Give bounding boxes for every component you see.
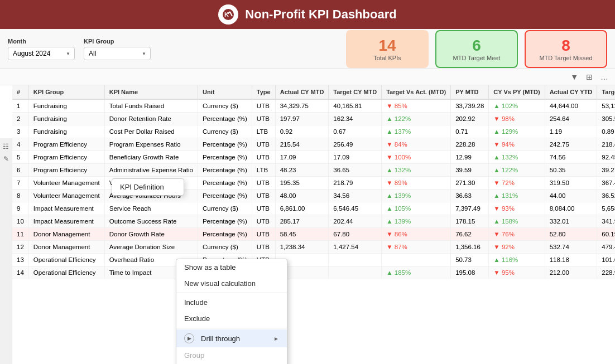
cell-target-cy-mtd bbox=[329, 254, 382, 266]
cell-py-mtd: 202.92 bbox=[451, 113, 489, 125]
col-cy-vs-py[interactable]: CY Vs PY (MTD) bbox=[489, 85, 545, 99]
arrow-up-icon: ▲ bbox=[493, 154, 499, 161]
cell-unit: Currency ($) bbox=[198, 99, 252, 113]
cell-unit: Percentage (%) bbox=[198, 138, 252, 151]
context-show-table[interactable]: Show as a table bbox=[176, 259, 287, 275]
cell-actual-cy-ytd: 332.01 bbox=[545, 215, 597, 228]
table-row[interactable]: 5 Program Efficiency Beneficiary Growth … bbox=[12, 151, 615, 164]
table-row[interactable]: 11 Donor Management Donor Growth Rate Pe… bbox=[12, 228, 615, 241]
table-row[interactable]: 6 Program Efficiency Administrative Expe… bbox=[12, 164, 615, 177]
col-kpi-name[interactable]: KPI Name bbox=[104, 85, 198, 99]
cell-target-cy-ytd: 39.27 bbox=[597, 164, 615, 177]
table-row[interactable]: 13 Operational Efficiency Overhead Ratio… bbox=[12, 254, 615, 266]
arrow-up-icon: ▲ bbox=[493, 192, 499, 199]
pencil-icon[interactable]: ✎ bbox=[3, 155, 9, 163]
arrow-up-icon: ▲ bbox=[386, 192, 392, 199]
cell-type: LTB bbox=[252, 125, 275, 138]
table-row[interactable]: 1 Fundraising Total Funds Raised Currenc… bbox=[12, 99, 615, 113]
col-unit[interactable]: Unit bbox=[198, 85, 252, 99]
kpi-group-select[interactable]: All bbox=[84, 47, 151, 60]
col-actual-cy-mtd[interactable]: Actual CY MTD bbox=[275, 85, 329, 99]
cell-target-vs-act: ▲ 137% bbox=[382, 125, 451, 138]
table-row[interactable]: 9 Impact Measurement Service Reach Curre… bbox=[12, 202, 615, 215]
chart-icon[interactable]: ☷ bbox=[3, 143, 9, 151]
cell-target-cy-mtd: 36.65 bbox=[329, 164, 382, 177]
kpi-total-label: Total KPIs bbox=[373, 55, 401, 61]
kpi-meet-number: 6 bbox=[472, 37, 481, 55]
cell-num: 9 bbox=[12, 202, 28, 215]
context-new-visual-calc[interactable]: New visual calculation bbox=[176, 275, 287, 292]
col-target-cy-mtd[interactable]: Target CY MTD bbox=[329, 85, 382, 99]
cell-num: 12 bbox=[12, 241, 28, 254]
arrow-down-icon: ▼ bbox=[386, 244, 392, 250]
month-select-wrapper[interactable]: August 2024 bbox=[8, 47, 75, 60]
cell-num: 6 bbox=[12, 164, 28, 177]
cell-py-mtd: 39.59 bbox=[451, 164, 489, 177]
context-drill-through[interactable]: ▶ Drill through ► bbox=[176, 329, 287, 347]
cell-kpi-group: Donor Management bbox=[28, 228, 104, 241]
table-row[interactable]: 4 Program Efficiency Program Expenses Ra… bbox=[12, 138, 615, 151]
cell-py-mtd: 7,397.49 bbox=[451, 202, 489, 215]
table-row[interactable]: 10 Impact Measurement Outcome Success Ra… bbox=[12, 215, 615, 228]
col-kpi-group[interactable]: KPI Group bbox=[28, 85, 104, 99]
col-target-vs-act[interactable]: Target Vs Act. (MTD) bbox=[382, 85, 451, 99]
cell-actual-cy-ytd: 212.00 bbox=[545, 266, 597, 279]
cell-target-cy-mtd: 17.09 bbox=[329, 151, 382, 164]
cell-py-mtd: 1,356.16 bbox=[451, 241, 489, 254]
table-row[interactable]: 3 Fundraising Cost Per Dollar Raised Cur… bbox=[12, 125, 615, 138]
cell-target-vs-act: ▼ 87% bbox=[382, 241, 451, 254]
table-row[interactable]: 12 Donor Management Average Donation Siz… bbox=[12, 241, 615, 254]
cell-target-cy-ytd: 305.57 bbox=[597, 113, 615, 125]
arrow-down-icon: ▼ bbox=[386, 231, 392, 237]
context-include[interactable]: Include bbox=[176, 294, 287, 310]
submenu-kpi-definition[interactable]: KPI Definition bbox=[112, 179, 184, 195]
app-logo: K bbox=[218, 4, 238, 25]
cell-py-mtd: 0.71 bbox=[451, 125, 489, 138]
context-new-visual-calc-label: New visual calculation bbox=[184, 279, 256, 288]
cell-num: 5 bbox=[12, 151, 28, 164]
cell-num: 13 bbox=[12, 254, 28, 266]
cell-cy-vs-py: ▼ 93% bbox=[489, 202, 545, 215]
cell-cy-vs-py: ▼ 98% bbox=[489, 113, 545, 125]
arrow-up-icon: ▲ bbox=[493, 218, 499, 225]
more-icon[interactable]: … bbox=[598, 71, 611, 82]
table-row[interactable]: 7 Volunteer Management Volunteer Retenti… bbox=[12, 177, 615, 190]
cell-kpi-name: Donor Growth Rate bbox=[104, 228, 198, 241]
cell-target-cy-ytd: 0.89 bbox=[597, 125, 615, 138]
cell-target-cy-mtd: 202.44 bbox=[329, 215, 382, 228]
header-title: Non-Profit KPI Dashboard bbox=[245, 7, 396, 22]
filter-icon[interactable]: ▼ bbox=[568, 71, 580, 82]
cell-kpi-group: Program Efficiency bbox=[28, 138, 104, 151]
cell-num: 11 bbox=[12, 228, 28, 241]
cell-target-cy-mtd: 6,546.45 bbox=[329, 202, 382, 215]
col-type[interactable]: Type bbox=[252, 85, 275, 99]
kpi-meet-label: MTD Target Meet bbox=[453, 55, 501, 61]
cell-actual-cy-ytd: 254.64 bbox=[545, 113, 597, 125]
col-actual-cy-ytd[interactable]: Actual CY YTD bbox=[545, 85, 597, 99]
table-row[interactable]: 14 Operational Efficiency Time to Impact… bbox=[12, 266, 615, 279]
cell-unit: Currency ($) bbox=[198, 241, 252, 254]
cell-kpi-group: Impact Measurement bbox=[28, 215, 104, 228]
cell-target-vs-act: ▼ 89% bbox=[382, 177, 451, 190]
cell-actual-cy-mtd: 17.09 bbox=[275, 151, 329, 164]
col-py-mtd[interactable]: PY MTD bbox=[451, 85, 489, 99]
cell-actual-cy-mtd: 48.23 bbox=[275, 164, 329, 177]
col-target-cy-ytd[interactable]: Target CY YTD bbox=[597, 85, 615, 99]
table-row[interactable]: 2 Fundraising Donor Retention Rate Perce… bbox=[12, 113, 615, 125]
cell-unit: Currency ($) bbox=[198, 202, 252, 215]
cell-target-cy-ytd: 218.48 bbox=[597, 138, 615, 151]
table-row[interactable]: 8 Volunteer Management Average Volunteer… bbox=[12, 190, 615, 202]
expand-icon[interactable]: ⊞ bbox=[584, 71, 595, 82]
month-select[interactable]: August 2024 bbox=[8, 47, 75, 60]
context-exclude[interactable]: Exclude bbox=[176, 310, 287, 327]
cell-actual-cy-ytd: 319.50 bbox=[545, 177, 597, 190]
data-table-wrapper[interactable]: # KPI Group KPI Name Unit Type Actual CY… bbox=[12, 85, 615, 362]
cell-target-cy-ytd: 341.97 bbox=[597, 215, 615, 228]
cell-unit: Percentage (%) bbox=[198, 228, 252, 241]
kpi-group-select-wrapper[interactable]: All bbox=[84, 47, 151, 60]
cell-unit: Percentage (%) bbox=[198, 190, 252, 202]
cell-type: UTB bbox=[252, 177, 275, 190]
cell-actual-cy-mtd: 6,861.00 bbox=[275, 202, 329, 215]
month-filter-label: Month bbox=[8, 38, 75, 45]
cell-unit: Percentage (%) bbox=[198, 177, 252, 190]
